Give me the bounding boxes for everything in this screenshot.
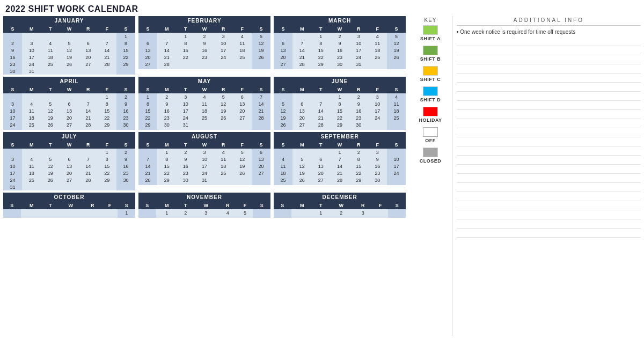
month-table-september: SMTWRFS123456789101112131415161718192021… xyxy=(274,141,406,185)
key-item-closed: CLOSED xyxy=(420,148,442,164)
table-row xyxy=(274,216,406,218)
info-line xyxy=(457,101,641,110)
month-block-august: AUGUSTSMTWRFS123456789101112131415161718… xyxy=(138,132,270,190)
table-row: 28293031 xyxy=(138,177,270,183)
info-line xyxy=(457,229,641,238)
month-block-june: JUNESMTWRFS12345678910111213141516171819… xyxy=(274,77,406,130)
table-row: 123456 xyxy=(138,149,270,156)
info-line xyxy=(457,74,641,83)
right-panel: KEY SHIFT ASHIFT BSHIFT CSHIFT DHOLIDAYO… xyxy=(409,16,641,336)
key-item-label: SHIFT B xyxy=(420,56,441,62)
info-line xyxy=(457,201,641,210)
month-header-may: MAY xyxy=(138,77,270,86)
table-row xyxy=(274,183,406,185)
table-row: 2728293031 xyxy=(274,61,406,68)
month-block-february: FEBRUARYSMTWRFS1234567891011121314151617… xyxy=(138,16,270,75)
table-row: 20212223242526 xyxy=(138,54,270,61)
info-line xyxy=(457,210,641,219)
key-item-shift-c: SHIFT C xyxy=(420,66,441,82)
table-row: 20212223242526 xyxy=(274,54,406,61)
table-row: 78910111213 xyxy=(138,156,270,163)
table-row: 891011121314 xyxy=(138,100,270,107)
table-row: 2728 xyxy=(138,61,270,68)
key-item-label: CLOSED xyxy=(420,158,442,164)
table-row xyxy=(274,128,406,130)
info-line xyxy=(457,146,641,156)
table-row: 3456789 xyxy=(3,156,135,163)
month-table-january: SMTWRFS123456789101112131415161718192021… xyxy=(3,25,135,75)
info-line xyxy=(457,174,641,183)
info-line xyxy=(457,55,641,64)
table-row: 2345678 xyxy=(3,40,135,47)
month-header-june: JUNE xyxy=(274,77,406,86)
table-row: 23242526272829 xyxy=(3,61,135,68)
info-line xyxy=(457,83,641,92)
additional-info-title: ADDITIONAL INFO xyxy=(457,17,641,26)
info-line xyxy=(457,137,641,146)
table-row: 1 xyxy=(3,33,135,40)
info-line xyxy=(457,64,641,74)
key-color-box xyxy=(423,148,438,157)
info-line xyxy=(457,192,641,201)
table-row: 22232425262728 xyxy=(138,114,270,121)
table-row: 12345 xyxy=(274,33,406,40)
table-row: 24252627282930 xyxy=(3,177,135,183)
table-row: 12131415161718 xyxy=(274,107,406,114)
info-line xyxy=(457,183,641,192)
month-block-december: DECEMBERSMTWRFS123 xyxy=(274,193,406,218)
month-block-october: OCTOBERSMTWRFS1 xyxy=(3,193,135,218)
key-color-box xyxy=(423,46,438,55)
table-row: 14151617181920 xyxy=(138,163,270,170)
info-lines xyxy=(457,37,641,238)
table-row: 12 xyxy=(3,149,135,156)
key-item-label: OFF xyxy=(425,138,436,143)
info-line xyxy=(457,110,641,119)
month-header-november: NOVEMBER xyxy=(138,193,270,202)
table-row: 293031 xyxy=(138,121,270,128)
info-line xyxy=(457,119,641,128)
info-line xyxy=(457,46,641,55)
table-row: 6789101112 xyxy=(138,40,270,47)
key-item-shift-d: SHIFT D xyxy=(420,86,441,102)
table-row: 24252627282930 xyxy=(3,121,135,128)
month-table-august: SMTWRFS123456789101112131415161718192021… xyxy=(138,141,270,185)
table-row: 12345 xyxy=(138,209,270,216)
table-row: 3456789 xyxy=(3,100,135,107)
month-header-october: OCTOBER xyxy=(3,193,135,202)
table-row: 123 xyxy=(274,149,406,156)
month-table-february: SMTWRFS123456789101112131415161718192021… xyxy=(138,25,270,69)
month-block-march: MARCHSMTWRFS1234567891011121314151617181… xyxy=(274,16,406,75)
key-item-label: SHIFT D xyxy=(420,97,441,102)
table-row: 10111213141516 xyxy=(3,163,135,170)
calendar-row-3: OCTOBERSMTWRFS1NOVEMBERSMTWRFS12345DECEM… xyxy=(3,193,406,218)
additional-info-note: • One week notice is required for time o… xyxy=(457,28,641,36)
table-row xyxy=(3,128,135,130)
info-line xyxy=(457,219,641,229)
info-line xyxy=(457,37,641,46)
info-line xyxy=(457,128,641,137)
table-row: 9101112131415 xyxy=(3,47,135,54)
key-item-holiday: HOLIDAY xyxy=(419,107,442,123)
additional-info-panel: ADDITIONAL INFO • One week notice is req… xyxy=(452,16,641,336)
key-color-box xyxy=(423,107,438,116)
key-item-shift-b: SHIFT B xyxy=(420,46,441,62)
month-table-april: SMTWRFS123456789101112131415161718192021… xyxy=(3,86,135,130)
table-row: 2627282930 xyxy=(274,121,406,128)
table-row: 19202122232425 xyxy=(274,114,406,121)
key-item-shift-a: SHIFT A xyxy=(420,25,441,41)
app-title: 2022 SHIFT WORK CALENDAR xyxy=(0,0,644,16)
table-row xyxy=(138,68,270,69)
calendar-row-2: JULYSMTWRFS12345678910111213141516171819… xyxy=(3,132,406,190)
calendar-row-1: APRILSMTWRFS1234567891011121314151617181… xyxy=(3,77,406,130)
table-row: 567891011 xyxy=(274,100,406,107)
table-row: 15161718192021 xyxy=(138,107,270,114)
key-color-box xyxy=(423,86,438,96)
month-block-january: JANUARYSMTWRFS12345678910111213141516171… xyxy=(3,16,135,75)
month-block-may: MAYSMTWRFS123456789101112131415161718192… xyxy=(138,77,270,130)
calendar-section: JANUARYSMTWRFS12345678910111213141516171… xyxy=(3,16,406,336)
month-table-may: SMTWRFS123456789101112131415161718192021… xyxy=(138,86,270,130)
table-row: 13141516171819 xyxy=(274,47,406,54)
month-header-january: JANUARY xyxy=(3,16,135,25)
month-block-april: APRILSMTWRFS1234567891011121314151617181… xyxy=(3,77,135,130)
month-table-june: SMTWRFS123456789101112131415161718192021… xyxy=(274,86,406,130)
